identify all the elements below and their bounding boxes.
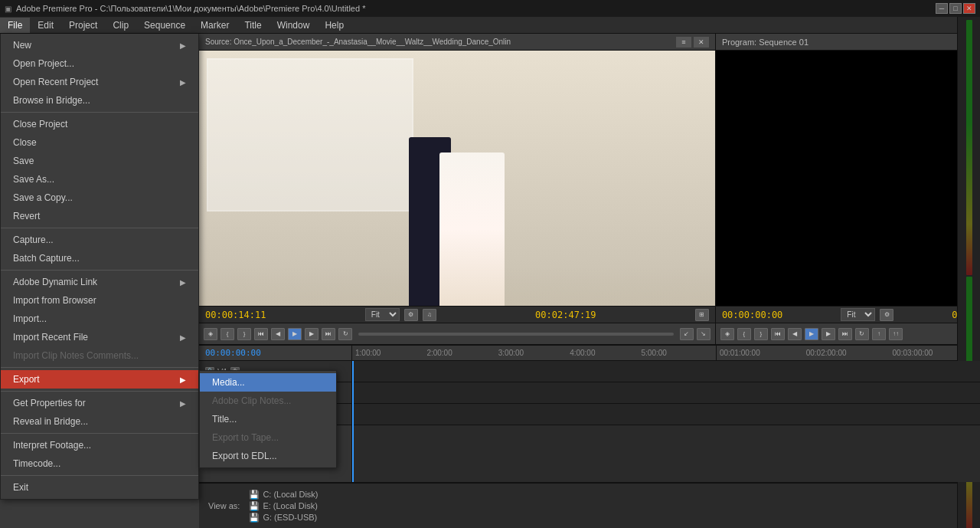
menu-dynamic-link[interactable]: Adobe Dynamic Link ▶ [1,273,198,291]
source-mark-out-btn[interactable]: } [237,328,251,340]
menu-batch-capture[interactable]: Batch Capture... [1,249,198,267]
menu-section-1: New ▶ Open Project... Open Recent Projec… [1,34,198,113]
menu-get-properties-label: Get Properties for [13,398,86,408]
menu-interpret-footage[interactable]: Interpret Footage... [1,436,198,454]
program-mark-out-btn[interactable]: } [754,328,768,340]
export-title[interactable]: Title... [200,410,336,428]
source-mark-in-btn[interactable]: { [220,328,234,340]
source-controls: ◈ { } ⏮ ◀ ▶ ▶ ⏭ ↻ ↙ ↘ [199,323,715,344]
menu-title[interactable]: Title [237,18,269,33]
close-button[interactable]: ✕ [963,3,975,14]
menu-save[interactable]: Save [1,152,198,170]
program-mark-in-btn[interactable]: { [737,328,751,340]
menu-reveal-bridge[interactable]: Reveal in Bridge... [1,412,198,431]
main-area: New ▶ Open Project... Open Recent Projec… [0,34,980,528]
menu-file[interactable]: File [0,18,30,33]
menu-section-3: Capture... Batch Capture... [1,228,198,271]
source-goto-out-btn[interactable]: ⏭ [322,328,335,340]
menu-import-browser[interactable]: Import from Browser [1,291,198,310]
program-step-back-btn[interactable]: ◀ [788,328,802,340]
menu-revert[interactable]: Revert [1,207,198,225]
source-timecode-in: 00:00:14:11 [205,310,266,320]
source-ruler-label: 00:00:00:00 [199,346,352,360]
menu-window[interactable]: Window [270,18,318,33]
disk-e: 💾 E: (Local Disk) [249,501,318,511]
program-fit-select[interactable]: Fit [841,308,875,321]
program-ruler-ticks: 00:01:00:00 00:02:00:00 00:03:00:00 00:0… [716,346,980,360]
disk-c: 💾 C: (Local Disk) [249,490,318,500]
menu-import-recent[interactable]: Import Recent File ▶ [1,328,198,346]
menu-close-project[interactable]: Close Project [1,115,198,133]
menu-close[interactable]: Close [1,133,198,152]
menu-open-project[interactable]: Open Project... [1,54,198,73]
source-step-back-btn[interactable]: ◀ [271,328,285,340]
program-goto-out-btn[interactable]: ⏭ [838,328,852,340]
program-step-fwd-btn[interactable]: ▶ [822,328,835,340]
arrow-icon: ▶ [180,376,186,384]
source-goto-in-btn[interactable]: ⏮ [254,328,268,340]
track-a2-lane[interactable] [352,404,980,425]
menu-import[interactable]: Import... [1,310,198,328]
program-extract-btn[interactable]: ↑↑ [889,328,903,340]
minimize-button[interactable]: ─ [936,3,948,14]
disk-list: 💾 C: (Local Disk) 💾 E: (Local Disk) 💾 G:… [249,490,318,523]
menu-save-copy[interactable]: Save a Copy... [1,189,198,207]
disk-e-label: E: (Local Disk) [263,501,318,510]
source-timeline-ruler: 00:00:00:00 1:00:00 2:00:00 3:00:00 4:00… [199,346,980,361]
menu-clip[interactable]: Clip [105,18,136,33]
source-play-btn[interactable]: ▶ [288,328,302,340]
program-settings-btn[interactable]: ⚙ [880,309,893,321]
menu-section-7: Interpret Footage... Timecode... [1,434,198,476]
menu-export[interactable]: Export ▶ [1,370,198,389]
program-play-btn[interactable]: ▶ [805,328,818,340]
program-marker-btn[interactable]: ◈ [720,328,734,340]
menu-capture[interactable]: Capture... [1,231,198,249]
source-loop-btn[interactable]: ↻ [338,328,352,340]
menu-marker[interactable]: Marker [193,18,237,33]
menu-browse-bridge[interactable]: Browse in Bridge... [1,91,198,110]
program-panel-header: Program: Sequence 01 ≡ ✕ [716,34,980,51]
menu-bar: File Edit Project Clip Sequence Marker T… [0,17,980,34]
menu-exit[interactable]: Exit [1,478,198,497]
menu-help[interactable]: Help [317,18,351,33]
track-a1-lane[interactable] [352,382,980,404]
menu-project[interactable]: Project [61,18,105,33]
source-panel-close[interactable]: ✕ [694,37,709,48]
export-edl[interactable]: Export to EDL... [200,447,336,465]
source-volume-slider[interactable] [358,333,674,336]
maximize-button[interactable]: □ [949,3,962,14]
source-settings-btn[interactable]: ⚙ [404,309,418,321]
source-insert-btn[interactable]: ↙ [680,328,694,340]
program-goto-in-btn[interactable]: ⏮ [771,328,785,340]
timeline-track-area [352,361,980,482]
source-step-fwd-btn[interactable]: ▶ [305,328,318,340]
menu-get-properties[interactable]: Get Properties for ▶ [1,394,198,412]
disk-c-label: C: (Local Disk) [263,490,318,499]
source-ruler-ticks: 1:00:00 2:00:00 3:00:00 4:00:00 5:00:00 [352,346,716,360]
program-loop-btn[interactable]: ↻ [855,328,869,340]
program-controls: ◈ { } ⏮ ◀ ▶ ▶ ⏭ ↻ ↑ ↑↑ ✂ ⊡ [716,323,980,344]
menu-dynamic-link-label: Adobe Dynamic Link [13,277,97,287]
source-panel-menu[interactable]: ≡ [676,37,691,48]
menu-save-as[interactable]: Save As... [1,170,198,189]
source-audio-btn[interactable]: ♫ [423,309,436,321]
export-clip-notes: Adobe Clip Notes... [200,392,336,410]
source-panel-title: Source: Once_Upon_a_December_-_Anastasia… [205,38,511,46]
source-add-marker-btn[interactable]: ◈ [204,328,217,340]
arrow-icon: ▶ [180,278,186,287]
source-fit-select[interactable]: Fit [365,308,400,321]
arrow-icon: ▶ [180,333,186,342]
program-lift-btn[interactable]: ↑ [872,328,886,340]
export-media[interactable]: Media... [200,373,336,392]
menu-timecode[interactable]: Timecode... [1,454,198,473]
source-safe-zone-btn[interactable]: ⊞ [695,309,709,321]
track-v1-lane[interactable] [352,361,980,382]
menu-import-browser-label: Import from Browser [13,295,96,306]
menu-sequence[interactable]: Sequence [136,18,193,33]
source-overwrite-btn[interactable]: ↘ [697,328,710,340]
menu-open-recent[interactable]: Open Recent Project ▶ [1,73,198,91]
disk-icon: 💾 [249,490,260,500]
menu-new[interactable]: New ▶ [1,36,198,54]
menu-edit[interactable]: Edit [30,18,61,33]
file-menu-dropdown: New ▶ Open Project... Open Recent Projec… [0,34,199,500]
